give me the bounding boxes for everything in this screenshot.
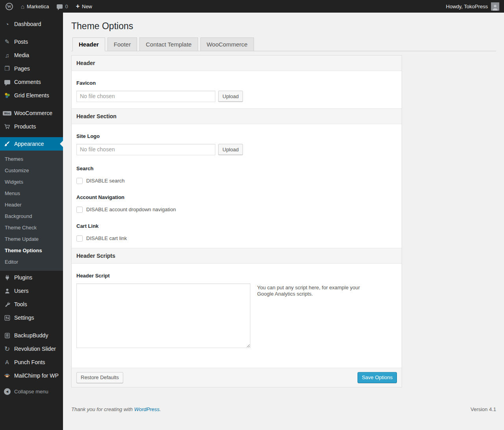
user-icon [0, 288, 14, 294]
restore-defaults-button[interactable]: Restore Defaults [76, 372, 123, 383]
tab-footer[interactable]: Footer [107, 37, 137, 51]
submenu-item-editor[interactable]: Editor [0, 256, 63, 268]
admin-sidebar: ◔ Dashboard ✎ Posts ♫ Media ❐ Pages Comm… [0, 13, 63, 430]
sidebar-item-settings[interactable]: Settings [0, 311, 63, 324]
sidebar-item-punch-fonts[interactable]: A Punch Fonts [0, 356, 63, 369]
submenu-item-theme-update[interactable]: Theme Update [0, 233, 63, 245]
header-script-row: You can put any script here, for example… [76, 283, 397, 348]
menu-separator [0, 102, 63, 106]
disable-cart-link-row: DISABLE cart link [76, 235, 397, 242]
sidebar-item-label: Posts [14, 39, 28, 45]
sidebar-item-label: Tools [14, 301, 27, 307]
wp-logo-menu[interactable]: W [0, 0, 17, 13]
save-options-button[interactable]: Save Options [358, 372, 397, 383]
monkey-icon [0, 372, 14, 379]
sidebar-item-grid-elements[interactable]: Grid Elements [0, 89, 63, 102]
cart-icon [0, 123, 14, 130]
sidebar-item-label: Revolution Slider [14, 346, 56, 352]
sidebar-item-posts[interactable]: ✎ Posts [0, 35, 63, 48]
tab-contact-template[interactable]: Contact Template [139, 37, 198, 51]
submenu-item-theme-check[interactable]: Theme Check [0, 222, 63, 233]
disable-search-label: DISABLE search [86, 178, 125, 184]
section-header-header-section: Header Section [72, 108, 402, 124]
wordpress-logo-icon: W [6, 3, 13, 10]
sliders-icon [0, 315, 14, 321]
footer-period: . [159, 406, 161, 412]
sidebar-item-label: Products [14, 123, 36, 130]
collapse-menu-button[interactable]: ◀ Collapse menu [0, 385, 63, 398]
site-logo-upload-button[interactable]: Upload [218, 144, 243, 155]
content-area: Theme Options Header Footer Contact Temp… [63, 13, 504, 430]
footer-thanks-prefix: Thank you for creating with [71, 406, 133, 412]
tab-woocommerce[interactable]: WooCommerce [200, 37, 254, 51]
site-logo-file-input[interactable] [76, 144, 215, 155]
new-content-menu[interactable]: + New [72, 0, 96, 13]
site-logo-file-row: Upload [76, 144, 397, 155]
disable-account-nav-row: DISABLE account dropdown navigation [76, 207, 397, 213]
sidebar-item-media[interactable]: ♫ Media [0, 48, 63, 62]
sidebar-item-label: WooCommerce [14, 110, 52, 116]
sidebar-item-appearance[interactable]: Appearance [0, 137, 63, 151]
submenu-item-customize[interactable]: Customize [0, 165, 63, 176]
account-navigation-label: Account Navigation [76, 194, 397, 200]
tab-header[interactable]: Header [72, 37, 105, 51]
favicon-file-row: Upload [76, 91, 397, 102]
sidebar-item-woocommerce[interactable]: Woo WooCommerce [0, 106, 63, 120]
comment-bubble-icon [57, 4, 63, 9]
comment-bubble-icon [0, 80, 14, 84]
sidebar-item-label: Punch Fonts [14, 359, 45, 365]
submenu-item-theme-options[interactable]: Theme Options [0, 245, 63, 256]
sidebar-item-label: Comments [14, 79, 41, 85]
disable-search-row: DISABLE search [76, 178, 397, 184]
my-account-menu[interactable]: Howdy, TokoPress [442, 0, 504, 13]
disable-cart-link-checkbox[interactable] [76, 235, 83, 242]
submenu-item-background[interactable]: Background [0, 210, 63, 222]
sidebar-item-revolution-slider[interactable]: ↻ Revolution Slider [0, 342, 63, 356]
submenu-item-widgets[interactable]: Widgets [0, 176, 63, 188]
sidebar-item-comments[interactable]: Comments [0, 75, 63, 89]
sidebar-item-mailchimp[interactable]: MailChimp for WP [0, 369, 63, 382]
submenu-item-themes[interactable]: Themes [0, 153, 63, 165]
sidebar-item-label: Plugins [14, 274, 32, 281]
disable-account-nav-checkbox[interactable] [76, 207, 83, 213]
comments-shortcut[interactable]: 0 [53, 0, 72, 13]
theme-options-panel: Header Favicon Upload Header Section Sit… [71, 55, 402, 387]
submenu-item-menus[interactable]: Menus [0, 188, 63, 199]
wordpress-link[interactable]: WordPress [134, 406, 159, 412]
site-link[interactable]: ⌂ Marketica [17, 0, 53, 13]
sidebar-item-dashboard[interactable]: ◔ Dashboard [0, 17, 63, 31]
sidebar-item-label: Users [14, 288, 29, 294]
home-icon: ⌂ [21, 3, 24, 10]
site-name: Marketica [27, 4, 49, 9]
header-script-textarea[interactable] [76, 283, 250, 348]
paintbrush-icon [0, 141, 14, 147]
header-script-help-text: You can put any script here, for example… [257, 283, 377, 298]
plug-icon [0, 275, 14, 281]
sidebar-item-label: Pages [14, 65, 30, 72]
disable-account-nav-label: DISABLE account dropdown navigation [86, 207, 176, 212]
cart-link-label: Cart Link [76, 223, 397, 229]
backup-icon [0, 333, 14, 339]
header-script-label: Header Script [76, 273, 397, 279]
sidebar-item-label: Grid Elements [14, 92, 49, 99]
menu-separator [0, 133, 63, 137]
disable-search-checkbox[interactable] [76, 178, 83, 184]
footer-thanks-text: Thank you for creating with WordPress. [71, 406, 161, 412]
sidebar-item-pages[interactable]: ❐ Pages [0, 62, 63, 75]
sidebar-item-products[interactable]: Products [0, 120, 63, 133]
page-footer: Thank you for creating with WordPress. V… [71, 406, 496, 412]
section-body-header-scripts: Header Script You can put any script her… [72, 264, 402, 368]
sidebar-item-users[interactable]: Users [0, 284, 63, 298]
sidebar-item-backupbuddy[interactable]: BackupBuddy [0, 329, 63, 342]
sidebar-item-plugins[interactable]: Plugins [0, 271, 63, 284]
favicon-upload-button[interactable]: Upload [218, 91, 243, 102]
collapse-menu-label: Collapse menu [14, 389, 48, 395]
submenu-item-header[interactable]: Header [0, 199, 63, 210]
disable-cart-link-label: DISABLE cart link [86, 235, 127, 241]
woocommerce-badge-icon: Woo [0, 111, 14, 115]
sidebar-item-tools[interactable]: Tools [0, 298, 63, 311]
plus-icon: + [76, 3, 80, 9]
menu-separator [0, 31, 63, 35]
comment-count: 0 [65, 4, 68, 9]
favicon-file-input[interactable] [76, 91, 215, 102]
